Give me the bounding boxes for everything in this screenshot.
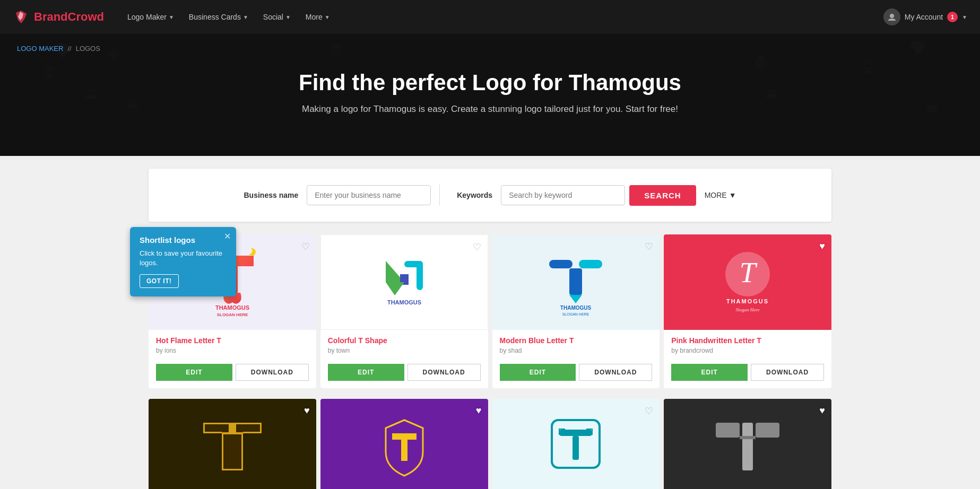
- header: BrandCrowd Logo Maker ▼ Business Cards ▼…: [0, 0, 980, 34]
- search-bar: Business name Keywords SEARCH MORE ▼: [236, 185, 745, 206]
- account-icon: [883, 8, 900, 25]
- svg-text:THAMOGUS: THAMOGUS: [215, 304, 249, 311]
- bottom-image-2[interactable]: ♥: [320, 399, 488, 489]
- svg-text:SLOGAN HERE: SLOGAN HERE: [217, 312, 248, 317]
- shortlist-tooltip: ✕ Shortlist logos Click to save your fav…: [130, 227, 236, 296]
- keywords-input[interactable]: [501, 185, 625, 205]
- svg-rect-24: [223, 434, 242, 469]
- hero-title: Find the perfect Logo for Thamogus: [299, 70, 681, 95]
- edit-button-2[interactable]: EDIT: [328, 364, 404, 381]
- nav-logo-maker[interactable]: Logo Maker ▼: [121, 8, 180, 25]
- bottom-card-1: ♥: [149, 399, 316, 489]
- logo-card-actions-2: EDIT DOWNLOAD: [320, 364, 488, 388]
- svg-rect-32: [222, 469, 243, 470]
- logo-svg-2: THAMOGUS: [362, 245, 447, 319]
- breadcrumb: LOGO MAKER // LOGOS: [17, 45, 100, 53]
- svg-text:Slogan Here: Slogan Here: [736, 307, 760, 312]
- logo-card-3: ♡ THAMOGUS SLOGAN HERE Modern: [492, 234, 660, 388]
- svg-rect-27: [243, 432, 262, 433]
- search-divider: [439, 185, 440, 206]
- heart-icon-b2[interactable]: ♥: [476, 405, 482, 416]
- svg-rect-22: [204, 424, 229, 432]
- logo-image-4[interactable]: ♥ T THAMOGUS Slogan Here: [664, 234, 831, 330]
- brandcrowd-logo-icon: [13, 8, 30, 25]
- svg-rect-23: [236, 424, 261, 432]
- logo-card-actions-3: EDIT DOWNLOAD: [492, 364, 660, 388]
- logo-card-title-1: Hot Flame Letter T: [156, 336, 309, 345]
- chevron-down-icon: ▼: [169, 14, 174, 20]
- nav-social[interactable]: Social ▼: [257, 8, 297, 25]
- svg-rect-25: [203, 423, 262, 424]
- breadcrumb-separator: //: [67, 45, 71, 53]
- svg-rect-28: [203, 423, 205, 433]
- download-button-1[interactable]: DOWNLOAD: [236, 364, 309, 381]
- bottom-svg-4: [708, 409, 787, 484]
- logo-brand-text: BrandCrowd: [34, 10, 104, 24]
- business-name-label: Business name: [236, 191, 307, 199]
- chevron-down-icon: ▼: [243, 14, 248, 20]
- bottom-card-2: ♥: [320, 399, 488, 489]
- bottom-image-4[interactable]: ♥: [664, 399, 831, 489]
- edit-button-1[interactable]: EDIT: [156, 364, 232, 381]
- tooltip-close-button[interactable]: ✕: [224, 231, 231, 241]
- bottom-image-3[interactable]: ♡: [492, 399, 660, 489]
- svg-rect-10: [549, 260, 573, 268]
- logo-area[interactable]: BrandCrowd: [13, 8, 104, 25]
- business-name-input[interactable]: [307, 185, 431, 205]
- breadcrumb-logo-maker[interactable]: LOGO MAKER: [17, 45, 63, 53]
- svg-rect-43: [740, 436, 756, 439]
- heart-icon-2[interactable]: ♡: [473, 241, 481, 253]
- tooltip-title: Shortlist logos: [140, 235, 227, 244]
- search-bar-container: Business name Keywords SEARCH MORE ▼: [149, 169, 831, 222]
- svg-rect-11: [579, 260, 602, 268]
- main-nav: Logo Maker ▼ Business Cards ▼ Social ▼ M…: [121, 8, 883, 25]
- logo-image-2[interactable]: ♡ THAMOGUS: [320, 234, 488, 330]
- bottom-svg-3: [536, 409, 615, 484]
- svg-rect-5: [417, 261, 423, 290]
- account-area[interactable]: My Account 1 ▼: [883, 8, 967, 25]
- heart-icon-3[interactable]: ♡: [645, 241, 653, 252]
- svg-rect-33: [392, 433, 417, 440]
- download-button-3[interactable]: DOWNLOAD: [579, 364, 652, 381]
- download-button-2[interactable]: DOWNLOAD: [407, 364, 481, 381]
- chevron-down-icon: ▼: [325, 14, 330, 20]
- chevron-down-icon: ▼: [962, 14, 967, 20]
- edit-button-4[interactable]: EDIT: [671, 364, 748, 381]
- bottom-svg-2: [365, 409, 444, 484]
- more-filters-button[interactable]: MORE ▼: [696, 191, 745, 199]
- logo-image-3[interactable]: ♡ THAMOGUS SLOGAN HERE: [492, 234, 660, 330]
- nav-more[interactable]: More ▼: [299, 8, 336, 25]
- edit-button-3[interactable]: EDIT: [500, 364, 576, 381]
- download-button-4[interactable]: DOWNLOAD: [751, 364, 824, 381]
- logo-card-title-3: Modern Blue Letter T: [500, 336, 653, 345]
- svg-rect-34: [401, 440, 407, 461]
- search-section: Business name Keywords SEARCH MORE ▼: [0, 156, 980, 222]
- main-content: ✕ Shortlist logos Click to save your fav…: [0, 222, 980, 489]
- bottom-card-3: ♡: [492, 399, 660, 489]
- heart-icon-4[interactable]: ♥: [819, 241, 825, 252]
- svg-text:THAMOGUS: THAMOGUS: [387, 299, 421, 305]
- logo-card-info-4: Pink Handwritten Letter T by brandcrowd: [664, 330, 831, 364]
- got-it-button[interactable]: GOT IT!: [140, 274, 179, 288]
- logo-card-2: ♡ THAMOGUS Colorfu: [320, 234, 488, 388]
- search-button[interactable]: SEARCH: [629, 185, 696, 206]
- account-label: My Account: [905, 13, 943, 21]
- heart-icon-b4[interactable]: ♥: [819, 405, 825, 416]
- svg-rect-30: [222, 433, 223, 470]
- logo-svg-3: THAMOGUS SLOGAN HERE: [533, 245, 618, 319]
- heart-icon-b3[interactable]: ♡: [645, 405, 653, 417]
- hero-subtitle: Making a logo for Thamogus is easy. Crea…: [302, 104, 678, 115]
- svg-text:THAMOGUS: THAMOGUS: [560, 305, 592, 311]
- nav-business-cards[interactable]: Business Cards ▼: [183, 8, 255, 25]
- logo-card-author-2: by town: [328, 347, 481, 354]
- svg-rect-29: [260, 423, 262, 433]
- svg-text:SLOGAN HERE: SLOGAN HERE: [562, 312, 589, 316]
- logo-card-info-2: Colorful T Shape by town: [320, 330, 488, 364]
- bottom-image-1[interactable]: ♥: [149, 399, 316, 489]
- logo-card-author-4: by brandcrowd: [671, 347, 824, 354]
- logo-card-actions-1: EDIT DOWNLOAD: [149, 364, 316, 388]
- heart-icon-1[interactable]: ♡: [301, 241, 310, 252]
- heart-icon-b1[interactable]: ♥: [304, 405, 310, 416]
- tooltip-text: Click to save your favourite logos.: [140, 249, 227, 268]
- svg-marker-8: [386, 282, 404, 295]
